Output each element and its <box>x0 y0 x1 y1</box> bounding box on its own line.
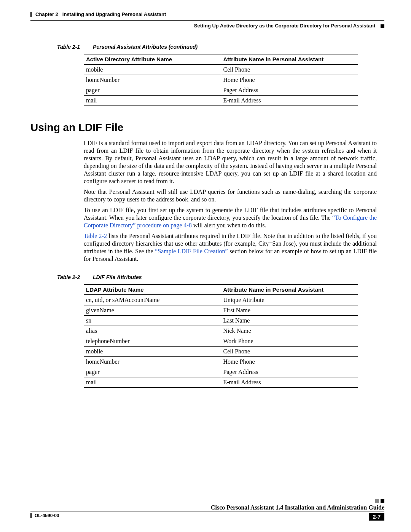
section-path: Setting Up Active Directory as the Corpo… <box>194 23 376 29</box>
table1: Active Directory Attribute Name Attribut… <box>84 54 358 106</box>
table1-title: Personal Assistant Attributes (continued… <box>93 44 198 50</box>
page-footer: Cisco Personal Assistant 1.4 Installatio… <box>27 499 384 521</box>
table-cell: telephoneNumber <box>84 336 221 347</box>
table2-col1-header: LDAP Attribute Name <box>84 284 221 295</box>
table-cell: pager <box>84 367 221 377</box>
table-cell: mail <box>84 96 221 106</box>
table-cell: Cell Phone <box>221 64 358 75</box>
table2-col2-header: Attribute Name in Personal Assistant <box>221 284 358 295</box>
table-row: mobileCell Phone <box>84 347 358 357</box>
table-cell: Cell Phone <box>221 347 358 357</box>
paragraph: LDIF is a standard format used to import… <box>84 139 377 185</box>
table-row: mailE-mail Address <box>84 377 358 388</box>
table-row: pagerPager Address <box>84 367 358 377</box>
page-number-badge: 2-7 <box>369 513 384 521</box>
table1-caption: Table 2-1 Personal Assistant Attributes … <box>57 44 384 50</box>
table2-caption: Table 2-2 LDIF File Attributes <box>57 274 384 280</box>
table-row: mailE-mail Address <box>84 96 358 106</box>
page-header: Chapter 2 Installing and Upgrading Perso… <box>27 11 384 29</box>
table2-title: LDIF File Attributes <box>93 274 142 280</box>
header-square-icon <box>381 24 384 28</box>
table-cell: E-mail Address <box>221 96 358 106</box>
paragraph: To use an LDIF file, you first set up th… <box>84 206 377 229</box>
table-cell: mobile <box>84 64 221 75</box>
table-cell: E-mail Address <box>221 377 358 388</box>
chapter-title: Installing and Upgrading Personal Assist… <box>62 11 166 17</box>
footer-bar-icon <box>30 513 32 518</box>
table1-label: Table 2-1 <box>57 44 80 50</box>
table2-label: Table 2-2 <box>57 274 80 280</box>
paragraph: Note that Personal Assistant will still … <box>84 188 377 203</box>
table-cell: pager <box>84 85 221 96</box>
table1-col2-header: Attribute Name in Personal Assistant <box>221 54 358 64</box>
table-cell: Unique Attribute <box>221 295 358 305</box>
cross-reference-link[interactable]: Table 2-2 <box>84 233 107 239</box>
header-chapter-line: Chapter 2 Installing and Upgrading Perso… <box>30 11 384 17</box>
paragraph-text: will alert you when to do this. <box>192 222 266 228</box>
table-cell: First Name <box>221 305 358 316</box>
table-row: snLast Name <box>84 316 358 326</box>
table-cell: Home Phone <box>221 75 358 85</box>
table-row: telephoneNumberWork Phone <box>84 336 358 347</box>
table-cell: cn, uid, or sAMAccountName <box>84 295 221 305</box>
chapter-number: Chapter 2 <box>35 11 58 17</box>
table-cell: Nick Name <box>221 326 358 336</box>
footer-doc-id: OL-4590-03 <box>30 513 59 518</box>
table-row: aliasNick Name <box>84 326 358 336</box>
cross-reference-link[interactable]: “Sample LDIF File Creation” <box>155 248 228 254</box>
table-cell: Work Phone <box>221 336 358 347</box>
table-cell: mobile <box>84 347 221 357</box>
table-cell: givenName <box>84 305 221 316</box>
table-cell: homeNumber <box>84 75 221 85</box>
table-cell: Pager Address <box>221 367 358 377</box>
table-cell: Last Name <box>221 316 358 326</box>
table-cell: homeNumber <box>84 357 221 367</box>
table-cell: Home Phone <box>221 357 358 367</box>
table-cell: alias <box>84 326 221 336</box>
doc-id: OL-4590-03 <box>35 513 59 518</box>
table-row: cn, uid, or sAMAccountNameUnique Attribu… <box>84 295 358 305</box>
table-row: homeNumberHome Phone <box>84 357 358 367</box>
table-row: mobileCell Phone <box>84 64 358 75</box>
footer-decor-icon <box>375 499 384 503</box>
body-text: LDIF is a standard format used to import… <box>84 139 377 263</box>
section-heading: Using an LDIF File <box>30 121 384 134</box>
table-row: givenNameFirst Name <box>84 305 358 316</box>
table-row: homeNumberHome Phone <box>84 75 358 85</box>
table-cell: sn <box>84 316 221 326</box>
table2: LDAP Attribute Name Attribute Name in Pe… <box>84 284 358 388</box>
header-section-line: Setting Up Active Directory as the Corpo… <box>30 20 384 29</box>
paragraph: Table 2-2 lists the Personal Assistant a… <box>84 232 377 263</box>
table-row: pagerPager Address <box>84 85 358 96</box>
header-bar-icon <box>30 12 32 17</box>
table1-col1-header: Active Directory Attribute Name <box>84 54 221 64</box>
table-cell: mail <box>84 377 221 388</box>
footer-guide-title: Cisco Personal Assistant 1.4 Installatio… <box>211 504 384 511</box>
table-cell: Pager Address <box>221 85 358 96</box>
